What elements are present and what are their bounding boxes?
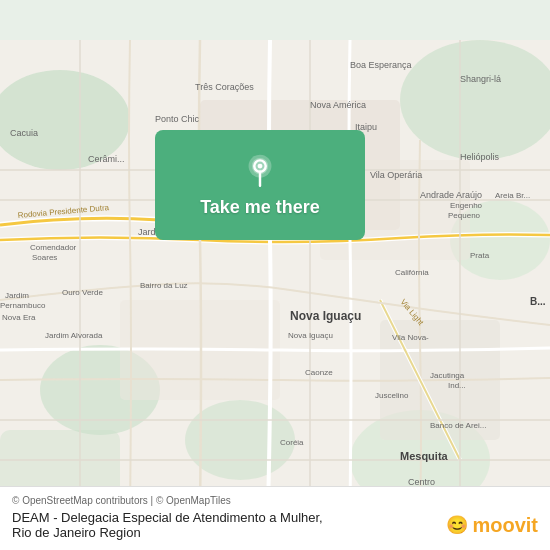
svg-text:Pernambuco: Pernambuco: [0, 301, 46, 310]
svg-text:B...: B...: [530, 296, 546, 307]
svg-text:Três Corações: Três Corações: [195, 82, 254, 92]
moovit-emoji-icon: 😊: [446, 514, 468, 536]
svg-text:Prata: Prata: [470, 251, 490, 260]
svg-point-63: [258, 163, 263, 168]
svg-text:Shangri-lá: Shangri-lá: [460, 74, 501, 84]
take-me-there-button[interactable]: Take me there: [200, 197, 320, 218]
svg-text:Jardim Alvorada: Jardim Alvorada: [45, 331, 103, 340]
svg-text:Andrade Araújo: Andrade Araújo: [420, 190, 482, 200]
svg-text:Vila Nova-: Vila Nova-: [392, 333, 429, 342]
svg-text:Nova Iguaçu: Nova Iguaçu: [288, 331, 333, 340]
svg-text:Nova Iguaçu: Nova Iguaçu: [290, 309, 361, 323]
svg-text:Ponto Chic: Ponto Chic: [155, 114, 200, 124]
map-attribution: © OpenStreetMap contributors | © OpenMap…: [12, 495, 538, 506]
bottom-bar: © OpenStreetMap contributors | © OpenMap…: [0, 486, 550, 550]
svg-text:Soares: Soares: [32, 253, 57, 262]
svg-text:Califórnia: Califórnia: [395, 268, 429, 277]
svg-text:Jacutinga: Jacutinga: [430, 371, 465, 380]
location-name: DEAM - Delegacia Especial de Atendimento…: [12, 510, 323, 525]
location-text: DEAM - Delegacia Especial de Atendimento…: [12, 510, 446, 540]
svg-text:Areia Br...: Areia Br...: [495, 191, 530, 200]
svg-text:Caonze: Caonze: [305, 368, 333, 377]
svg-text:Heliópolis: Heliópolis: [460, 152, 500, 162]
svg-text:Vila Operária: Vila Operária: [370, 170, 422, 180]
map-container: Três Corações Boa Esperança Shangri-lá N…: [0, 0, 550, 550]
svg-text:Cacuia: Cacuia: [10, 128, 38, 138]
svg-text:Coréia: Coréia: [280, 438, 304, 447]
location-pin-icon: [242, 153, 278, 189]
svg-text:Banco de Arei...: Banco de Arei...: [430, 421, 486, 430]
svg-text:Comendador: Comendador: [30, 243, 77, 252]
moovit-brand-text: moovit: [472, 514, 538, 537]
svg-text:Jardim: Jardim: [5, 291, 29, 300]
svg-text:Pequeno: Pequeno: [448, 211, 481, 220]
location-region: Rio de Janeiro Region: [12, 525, 141, 540]
svg-text:Ouro Verde: Ouro Verde: [62, 288, 103, 297]
svg-text:Mesquita: Mesquita: [400, 450, 449, 462]
svg-text:Bairro da Luz: Bairro da Luz: [140, 281, 188, 290]
map-background: Três Corações Boa Esperança Shangri-lá N…: [0, 0, 550, 550]
svg-text:Nova América: Nova América: [310, 100, 366, 110]
moovit-logo: 😊 moovit: [446, 514, 538, 537]
svg-text:Juscelino: Juscelino: [375, 391, 409, 400]
svg-text:Engenho: Engenho: [450, 201, 483, 210]
location-info: DEAM - Delegacia Especial de Atendimento…: [12, 510, 538, 540]
svg-text:Ind...: Ind...: [448, 381, 466, 390]
take-me-there-overlay[interactable]: Take me there: [155, 130, 365, 240]
svg-text:Nova Era: Nova Era: [2, 313, 36, 322]
svg-text:Cerâmi...: Cerâmi...: [88, 154, 125, 164]
svg-text:Boa Esperança: Boa Esperança: [350, 60, 412, 70]
